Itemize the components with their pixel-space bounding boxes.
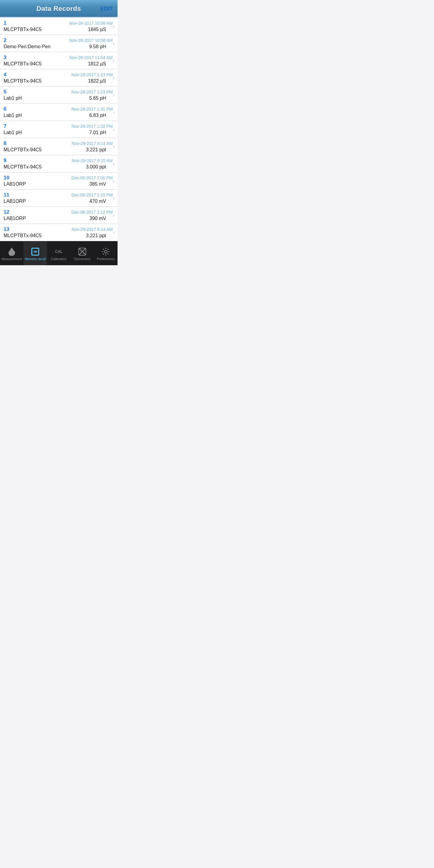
- record-bottom-row: Lab1 pH 6.83 pH: [4, 113, 113, 118]
- record-bottom-row: MLCPTBTx-94C5 1812 µS: [4, 61, 113, 67]
- record-bottom-row: MLCPTBTx-94C5 1845 µS: [4, 27, 113, 32]
- record-number: 4: [4, 72, 6, 78]
- edit-button[interactable]: EDIT: [100, 6, 113, 12]
- record-number: 2: [4, 37, 6, 43]
- record-date: Dec-06-2017 2:12 PM: [71, 210, 113, 215]
- record-bottom-row: Lab1 pH 5.65 pH: [4, 96, 113, 101]
- chevron-right-icon: ›: [113, 212, 115, 218]
- table-row[interactable]: 5 Nov-28-2017 1:23 PM Lab1 pH 5.65 pH ›: [0, 87, 118, 104]
- record-name: MLCPTBTx-94C5: [4, 79, 41, 84]
- chevron-right-icon: ›: [113, 40, 115, 47]
- chevron-right-icon: ›: [113, 178, 115, 184]
- tab-measurement[interactable]: Measurement: [0, 241, 24, 265]
- record-top-row: 13 Nov-29-2017 8:14 AM: [4, 226, 113, 232]
- record-name: Lab1 pH: [4, 130, 22, 135]
- record-list: 1 Nov-28-2017 10:58 AM MLCPTBTx-94C5 184…: [0, 18, 118, 241]
- header: Data Records EDIT: [0, 0, 118, 17]
- record-name: LAB1ORP: [4, 216, 26, 221]
- record-bottom-row: MLCPTBTx-94C5 1822 µS: [4, 79, 113, 84]
- chevron-right-icon: ›: [113, 144, 115, 150]
- record-top-row: 1 Nov-28-2017 10:58 AM: [4, 20, 113, 26]
- record-number: 3: [4, 55, 6, 61]
- table-row[interactable]: 9 Nov-29-2017 8:15 AM MLCPTBTx-94C5 3.00…: [0, 155, 118, 173]
- record-name: Lab1 pH: [4, 113, 22, 118]
- record-bottom-row: LAB1ORP 470 mV: [4, 198, 113, 204]
- record-number: 11: [4, 192, 9, 198]
- record-number: 6: [4, 106, 6, 112]
- table-row[interactable]: 12 Dec-06-2017 2:12 PM LAB1ORP 390 mV ›: [0, 207, 118, 224]
- tab-disconnect-label: Disconnect: [74, 257, 90, 261]
- table-row[interactable]: 1 Nov-28-2017 10:58 AM MLCPTBTx-94C5 184…: [0, 18, 118, 35]
- record-top-row: 8 Nov-29-2017 8:14 AM: [4, 141, 113, 147]
- tab-memory-recall-label: Memory recall: [25, 257, 45, 261]
- record-name: MLCPTBTx-94C5: [4, 233, 41, 239]
- record-number: 9: [4, 158, 6, 164]
- record-date: Nov-28-2017 11:04 AM: [69, 55, 113, 60]
- table-row[interactable]: 10 Dec-06-2017 2:05 PM LAB1ORP 385 mV ›: [0, 173, 118, 190]
- tab-preferences[interactable]: Preferences: [94, 241, 118, 265]
- chevron-right-icon: ›: [113, 23, 115, 30]
- table-row[interactable]: 13 Nov-29-2017 8:14 AM MLCPTBTx-94C5 3.2…: [0, 224, 118, 241]
- record-name: MLCPTBTx-94C5: [4, 164, 41, 170]
- record-value: 3.221 ppt: [86, 147, 113, 153]
- record-date: Nov-28-2017 1:23 PM: [71, 72, 113, 77]
- tab-memory-recall[interactable]: MR Memory recall: [24, 241, 47, 265]
- record-top-row: 9 Nov-29-2017 8:15 AM: [4, 158, 113, 164]
- tab-bar: Measurement MR Memory recall CAL Calibra…: [0, 241, 118, 265]
- drop-icon: [7, 247, 16, 256]
- tab-calibration[interactable]: CAL Calibration: [47, 241, 70, 265]
- record-value: 3.000 ppt: [86, 164, 113, 170]
- chevron-right-icon: ›: [113, 92, 115, 98]
- table-row[interactable]: 8 Nov-29-2017 8:14 AM MLCPTBTx-94C5 3.22…: [0, 138, 118, 155]
- record-name: MLCPTBTx-94C5: [4, 147, 41, 153]
- record-date: Nov-29-2017 8:14 AM: [72, 141, 113, 146]
- record-number: 12: [4, 209, 9, 215]
- tab-measurement-label: Measurement: [1, 257, 22, 261]
- chevron-right-icon: ›: [113, 58, 115, 64]
- record-bottom-row: MLCPTBTx-94C5 3.221 ppt: [4, 233, 113, 239]
- record-value: 7.01 pH: [89, 130, 113, 135]
- record-date: Nov-28-2017 1:32 PM: [71, 124, 113, 129]
- record-value: 3.221 ppt: [86, 233, 113, 239]
- record-value: 1812 µS: [88, 61, 113, 67]
- record-top-row: 12 Dec-06-2017 2:12 PM: [4, 209, 113, 215]
- chevron-right-icon: ›: [113, 161, 115, 167]
- record-number: 13: [4, 226, 9, 232]
- record-value: 1845 µS: [88, 27, 113, 32]
- chevron-right-icon: ›: [113, 126, 115, 133]
- table-row[interactable]: 11 Dec-06-2017 2:10 PM LAB1ORP 470 mV ›: [0, 190, 118, 207]
- record-number: 8: [4, 141, 6, 147]
- record-number: 10: [4, 175, 9, 181]
- mr-icon: MR: [31, 247, 39, 256]
- record-top-row: 4 Nov-28-2017 1:23 PM: [4, 72, 113, 78]
- table-row[interactable]: 3 Nov-28-2017 11:04 AM MLCPTBTx-94C5 181…: [0, 52, 118, 69]
- record-value: 470 mV: [90, 198, 113, 204]
- record-value: 390 mV: [90, 216, 113, 221]
- chevron-right-icon: ›: [113, 75, 115, 81]
- record-date: Nov-29-2017 8:15 AM: [72, 158, 113, 163]
- record-date: Nov-28-2017 1:31 PM: [71, 107, 113, 112]
- record-date: Nov-28-2017 1:23 PM: [71, 90, 113, 94]
- chevron-right-icon: ›: [113, 229, 115, 236]
- tab-calibration-label: Calibration: [51, 257, 67, 261]
- table-row[interactable]: 7 Nov-28-2017 1:32 PM Lab1 pH 7.01 pH ›: [0, 121, 118, 138]
- table-row[interactable]: 6 Nov-28-2017 1:31 PM Lab1 pH 6.83 pH ›: [0, 104, 118, 121]
- record-bottom-row: Demo Pen:Demo Pen 9.58 pH: [4, 44, 113, 50]
- disconnect-icon: [78, 247, 87, 256]
- record-top-row: 7 Nov-28-2017 1:32 PM: [4, 123, 113, 129]
- table-row[interactable]: 2 Nov-28-2017 10:58 AM Demo Pen:Demo Pen…: [0, 35, 118, 52]
- tab-disconnect[interactable]: Disconnect: [70, 241, 94, 265]
- record-value: 6.83 pH: [89, 113, 113, 118]
- chevron-right-icon: ›: [113, 195, 115, 201]
- record-top-row: 5 Nov-28-2017 1:23 PM: [4, 89, 113, 95]
- record-top-row: 6 Nov-28-2017 1:31 PM: [4, 106, 113, 112]
- table-row[interactable]: 4 Nov-28-2017 1:23 PM MLCPTBTx-94C5 1822…: [0, 69, 118, 87]
- svg-point-3: [104, 250, 107, 253]
- record-value: 9.58 pH: [89, 44, 113, 50]
- chevron-right-icon: ›: [113, 109, 115, 116]
- record-name: LAB1ORP: [4, 198, 26, 204]
- record-value: 1822 µS: [88, 79, 113, 84]
- record-top-row: 3 Nov-28-2017 11:04 AM: [4, 55, 113, 61]
- record-top-row: 10 Dec-06-2017 2:05 PM: [4, 175, 113, 181]
- record-top-row: 2 Nov-28-2017 10:58 AM: [4, 37, 113, 43]
